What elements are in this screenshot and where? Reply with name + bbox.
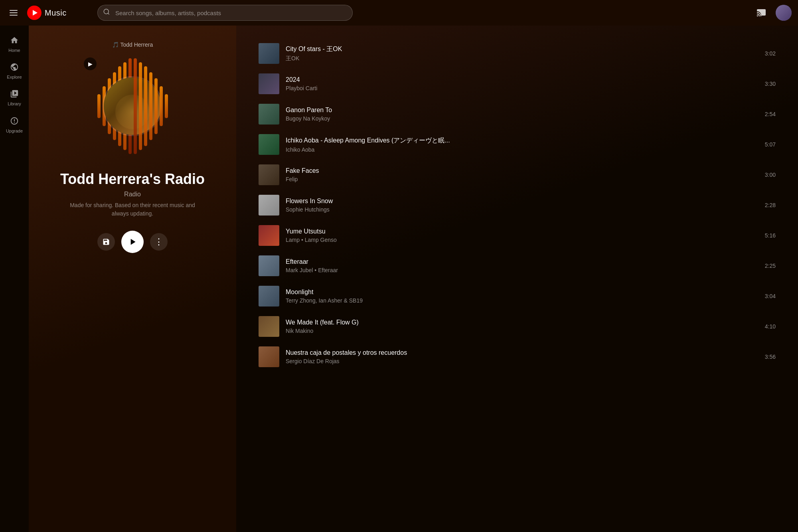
- track-duration: 3:00: [765, 172, 776, 178]
- play-button[interactable]: [121, 231, 144, 253]
- track-info: We Made It (feat. Flow G) Nik Makino: [286, 319, 758, 334]
- track-info: 2024 Playboi Carti: [286, 76, 758, 91]
- album-art-image: [104, 77, 161, 135]
- radio-subtitle: Radio: [124, 191, 141, 198]
- left-panel: 🎵 Todd Herrera: [29, 26, 236, 532]
- track-info: Moonlight Terry Zhong, Ian Asher & SB19: [286, 289, 758, 304]
- track-info: Fake Faces Felip: [286, 167, 758, 182]
- avatar-image: [776, 5, 792, 21]
- track-duration: 4:10: [765, 323, 776, 330]
- app-logo: Music: [27, 6, 91, 20]
- track-thumbnail: [259, 255, 279, 276]
- track-duration: 3:02: [765, 50, 776, 57]
- search-icon: [103, 8, 110, 18]
- track-artist: Lamp • Lamp Genso: [286, 237, 758, 243]
- track-name: Efteraar: [286, 258, 758, 265]
- track-thumbnail: [259, 134, 279, 155]
- track-item[interactable]: Yume Utsutsu Lamp • Lamp Genso 5:16: [252, 220, 782, 251]
- play-indicator: ▶: [84, 57, 97, 70]
- svg-point-2: [104, 9, 109, 14]
- track-name: City Of stars - 王OK: [286, 45, 758, 53]
- track-thumbnail: [259, 195, 279, 216]
- track-duration: 2:25: [765, 263, 776, 269]
- track-list: City Of stars - 王OK 王OK 3:02 2024 Playbo…: [252, 38, 782, 372]
- track-artist: Ichiko Aoba: [286, 146, 758, 153]
- track-artist: Terry Zhong, Ian Asher & SB19: [286, 297, 758, 304]
- track-info: Nuestra caja de postales y otros recuerd…: [286, 349, 758, 364]
- track-duration: 3:30: [765, 81, 776, 87]
- track-thumbnail: [259, 73, 279, 94]
- waveform-visualization: [81, 54, 184, 158]
- radio-label-top: 🎵 Todd Herrera: [112, 42, 153, 48]
- track-info: Efteraar Mark Jubel • Efteraar: [286, 258, 758, 273]
- track-artist: 王OK: [286, 55, 758, 62]
- radio-description: Made for sharing. Based on their recent …: [65, 201, 200, 218]
- track-name: We Made It (feat. Flow G): [286, 319, 758, 326]
- track-item[interactable]: We Made It (feat. Flow G) Nik Makino 4:1…: [252, 311, 782, 342]
- track-artist: Sergio Díaz De Rojas: [286, 358, 758, 364]
- track-info: City Of stars - 王OK 王OK: [286, 45, 758, 62]
- album-circle: [103, 76, 162, 136]
- cast-button[interactable]: [753, 5, 769, 21]
- track-duration: 3:56: [765, 354, 776, 360]
- menu-button[interactable]: [6, 7, 21, 19]
- topbar-right: [753, 5, 792, 21]
- sidebar-item-upgrade-label: Upgrade: [6, 129, 23, 134]
- track-item[interactable]: Ganon Paren To Bugoy Na Koykoy 2:54: [252, 99, 782, 129]
- sidebar-item-home-label: Home: [8, 48, 20, 53]
- upgrade-icon: [10, 117, 19, 127]
- sidebar-item-explore[interactable]: Explore: [2, 59, 27, 84]
- track-item[interactable]: Ichiko Aoba - Asleep Among Endives (アンディ…: [252, 129, 782, 160]
- track-thumbnail: [259, 164, 279, 185]
- sidebar: Home Explore Library Upgrade: [0, 26, 29, 532]
- track-item[interactable]: Flowers In Snow Sophie Hutchings 2:28: [252, 190, 782, 220]
- album-art-wrapper: ▶: [81, 54, 184, 158]
- track-item[interactable]: Fake Faces Felip 3:00: [252, 160, 782, 190]
- search-bar: [97, 5, 353, 21]
- track-duration: 5:07: [765, 141, 776, 148]
- track-thumbnail: [259, 225, 279, 246]
- track-thumbnail: [259, 316, 279, 337]
- sidebar-item-library-label: Library: [8, 101, 21, 107]
- track-name: Nuestra caja de postales y otros recuerd…: [286, 349, 758, 356]
- track-duration: 2:28: [765, 202, 776, 208]
- track-thumbnail: [259, 286, 279, 307]
- track-item[interactable]: Efteraar Mark Jubel • Efteraar 2:25: [252, 251, 782, 281]
- track-item[interactable]: City Of stars - 王OK 王OK 3:02: [252, 38, 782, 69]
- sidebar-item-upgrade[interactable]: Upgrade: [2, 113, 27, 138]
- main-content: 🎵 Todd Herrera: [29, 26, 798, 532]
- save-button[interactable]: [97, 233, 115, 251]
- track-info: Flowers In Snow Sophie Hutchings: [286, 198, 758, 213]
- svg-line-3: [108, 13, 109, 14]
- track-item[interactable]: 2024 Playboi Carti 3:30: [252, 69, 782, 99]
- track-artist: Playboi Carti: [286, 85, 758, 91]
- track-thumbnail: [259, 104, 279, 125]
- track-artist: Bugoy Na Koykoy: [286, 115, 758, 122]
- radio-title: Todd Herrera's Radio: [60, 171, 205, 188]
- track-artist: Sophie Hutchings: [286, 206, 758, 213]
- search-input[interactable]: [97, 5, 353, 21]
- track-info: Yume Utsutsu Lamp • Lamp Genso: [286, 228, 758, 243]
- user-avatar[interactable]: [776, 5, 792, 21]
- track-name: Moonlight: [286, 289, 758, 296]
- sidebar-item-home[interactable]: Home: [2, 32, 27, 57]
- sidebar-item-library[interactable]: Library: [2, 85, 27, 111]
- sidebar-item-explore-label: Explore: [7, 75, 22, 80]
- track-name: Yume Utsutsu: [286, 228, 758, 235]
- more-options-button[interactable]: ⋮: [150, 233, 168, 251]
- app-title: Music: [45, 8, 67, 18]
- track-info: Ichiko Aoba - Asleep Among Endives (アンディ…: [286, 136, 758, 153]
- track-item[interactable]: Moonlight Terry Zhong, Ian Asher & SB19 …: [252, 281, 782, 311]
- topbar: Music: [0, 0, 798, 26]
- track-item[interactable]: Nuestra caja de postales y otros recuerd…: [252, 342, 782, 372]
- library-icon: [10, 89, 19, 100]
- track-name: 2024: [286, 76, 758, 83]
- playback-controls: ⋮: [97, 231, 168, 253]
- track-info: Ganon Paren To Bugoy Na Koykoy: [286, 107, 758, 122]
- track-duration: 2:54: [765, 111, 776, 117]
- track-thumbnail: [259, 346, 279, 367]
- track-thumbnail: [259, 43, 279, 64]
- track-duration: 3:04: [765, 293, 776, 299]
- track-name: Ichiko Aoba - Asleep Among Endives (アンディ…: [286, 136, 758, 145]
- track-duration: 5:16: [765, 232, 776, 239]
